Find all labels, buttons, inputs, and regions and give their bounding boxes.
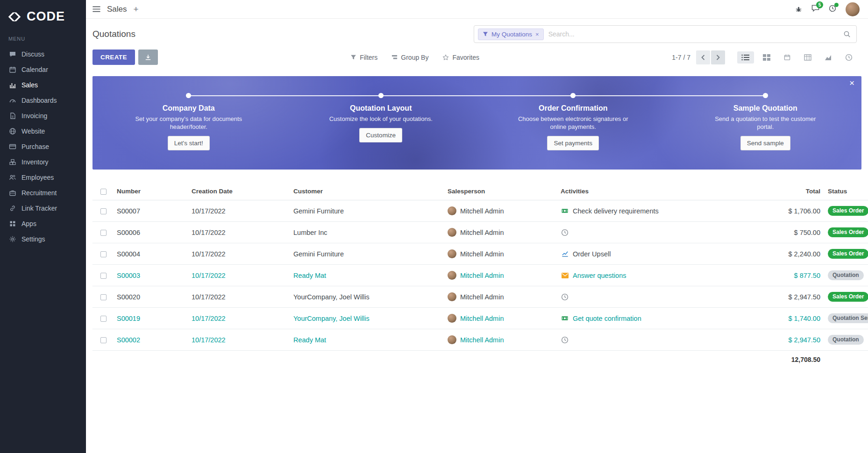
row-checkbox[interactable] — [100, 230, 107, 236]
table-body: S0000710/17/2022Gemini FurnitureMitchell… — [92, 200, 868, 351]
cell-number[interactable]: S00019 — [113, 308, 188, 329]
column-header-customer[interactable]: Customer — [290, 184, 444, 200]
table-row[interactable]: S0002010/17/2022YourCompany, Joel Willis… — [92, 286, 868, 308]
favorites-button[interactable]: Favorites — [442, 54, 479, 61]
table-row[interactable]: S0000410/17/2022Gemini FurnitureMitchell… — [92, 243, 868, 265]
banner-close-icon[interactable] — [849, 78, 854, 87]
footer-total: 12,708.50 — [777, 351, 824, 368]
search-icon[interactable] — [843, 30, 851, 38]
step-action-button[interactable]: Customize — [359, 128, 402, 142]
cell-number[interactable]: S00003 — [113, 265, 188, 286]
pager-next-button[interactable] — [711, 50, 725, 64]
row-checkbox[interactable] — [100, 337, 107, 343]
sidebar-item-settings[interactable]: Settings — [0, 231, 86, 247]
sidebar-item-dashboards[interactable]: Dashboards — [0, 92, 86, 108]
sidebar-item-apps[interactable]: Apps — [0, 216, 86, 231]
group-by-button[interactable]: Group By — [391, 54, 428, 61]
plus-icon[interactable] — [134, 5, 139, 14]
step-action-button[interactable]: Send sample — [740, 136, 790, 150]
cell-number[interactable]: S00020 — [113, 286, 188, 308]
cell-activities[interactable] — [557, 222, 777, 243]
step-action-button[interactable]: Let's start! — [168, 136, 210, 150]
sidebar-item-label: Purchase — [21, 143, 49, 150]
cell-activities[interactable]: Answer questions — [557, 265, 777, 286]
messages-button[interactable]: 5 — [811, 5, 819, 14]
cell-number[interactable]: S00002 — [113, 329, 188, 351]
sidebar-item-label: Inventory — [21, 158, 49, 166]
search-facet-label: My Quotations — [491, 31, 532, 38]
app-title[interactable]: Sales — [107, 5, 127, 14]
user-avatar[interactable] — [846, 2, 860, 16]
sidebar-item-invoicing[interactable]: Invoicing — [0, 108, 86, 123]
sidebar-item-discuss[interactable]: Discuss — [0, 46, 86, 62]
search-facet[interactable]: My Quotations — [478, 28, 544, 40]
column-header-activities[interactable]: Activities — [557, 184, 777, 200]
column-header-total[interactable]: Total — [777, 184, 824, 200]
row-checkbox[interactable] — [100, 316, 107, 322]
cell-salesperson: Mitchell Admin — [444, 200, 557, 222]
cell-number[interactable]: S00006 — [113, 222, 188, 243]
export-button[interactable] — [138, 50, 158, 65]
graph-view-button[interactable] — [820, 51, 836, 64]
sidebar-item-sales[interactable]: Sales — [0, 77, 86, 92]
list-view-button[interactable] — [737, 51, 754, 64]
sidebar-item-label: Invoicing — [21, 112, 47, 120]
kanban-view-button[interactable] — [759, 51, 775, 64]
envelope-icon — [561, 272, 569, 279]
row-checkbox[interactable] — [100, 294, 107, 300]
cell-status: Sales Order — [824, 286, 868, 308]
table-row[interactable]: S0000610/17/2022Lumber IncMitchell Admin… — [92, 222, 868, 243]
sidebar-item-link-tracker[interactable]: Link Tracker — [0, 200, 86, 216]
pager-previous-button[interactable] — [696, 50, 710, 64]
cell-number[interactable]: S00007 — [113, 200, 188, 222]
cell-activities[interactable]: Order Upsell — [557, 243, 777, 265]
salesperson-name: Mitchell Admin — [460, 272, 504, 279]
step-action-button[interactable]: Set payments — [547, 136, 599, 150]
table-row[interactable]: S0000210/17/2022Ready MatMitchell Admin$… — [92, 329, 868, 351]
sidebar-item-employees[interactable]: Employees — [0, 170, 86, 185]
column-header-creation-date[interactable]: Creation Date — [188, 184, 290, 200]
list-view-icon — [741, 54, 750, 61]
cell-activities[interactable]: Get quote confirmation — [557, 308, 777, 329]
table-row[interactable]: S0001910/17/2022YourCompany, Joel Willis… — [92, 308, 868, 329]
row-checkbox[interactable] — [100, 251, 107, 257]
create-button[interactable]: CREATE — [92, 50, 135, 65]
activities-dot-badge — [834, 3, 839, 7]
sidebar-item-calendar[interactable]: Calendar — [0, 62, 86, 77]
settings-icon — [8, 235, 16, 243]
bug-icon[interactable] — [795, 6, 802, 13]
select-all-checkbox[interactable] — [100, 189, 107, 195]
search-input[interactable] — [548, 30, 839, 38]
app-logo[interactable]: CODE — [0, 0, 86, 35]
sidebar-item-inventory[interactable]: Inventory — [0, 154, 86, 170]
cell-total: $ 877.50 — [777, 265, 824, 286]
facet-remove-icon[interactable] — [535, 31, 539, 37]
cell-activities[interactable] — [557, 329, 777, 351]
pivot-view-button[interactable] — [800, 51, 816, 64]
sidebar-item-purchase[interactable]: Purchase — [0, 139, 86, 154]
column-header-number[interactable]: Number — [113, 184, 188, 200]
activities-button[interactable] — [829, 5, 836, 14]
table-row[interactable]: S0000310/17/2022Ready MatMitchell AdminA… — [92, 265, 868, 286]
sidebar-item-recruitment[interactable]: Recruitment — [0, 185, 86, 200]
cell-number[interactable]: S00004 — [113, 243, 188, 265]
row-checkbox[interactable] — [100, 273, 107, 279]
step-description: Customize the look of your quotations. — [322, 115, 439, 123]
table-row[interactable]: S0000710/17/2022Gemini FurnitureMitchell… — [92, 200, 868, 222]
row-checkbox[interactable] — [100, 208, 107, 214]
calendar-view-button[interactable] — [779, 51, 795, 64]
cell-activities[interactable]: Check delivery requirements — [557, 200, 777, 222]
sidebar-item-website[interactable]: Website — [0, 123, 86, 139]
activity-view-button[interactable] — [841, 51, 857, 64]
salesperson-avatar — [448, 206, 456, 215]
pivot-view-icon — [804, 54, 811, 61]
column-header-salesperson[interactable]: Salesperson — [444, 184, 557, 200]
sidebar-item-label: Calendar — [21, 66, 48, 73]
cell-status: Sales Order — [824, 222, 868, 243]
calendar-view-icon — [783, 54, 791, 61]
cell-activities[interactable] — [557, 286, 777, 308]
filters-button[interactable]: Filters — [350, 54, 377, 61]
column-header-status[interactable]: Status — [824, 184, 868, 200]
menu-toggle-icon[interactable] — [92, 6, 100, 12]
pager: 1-7 / 7 — [672, 50, 725, 64]
